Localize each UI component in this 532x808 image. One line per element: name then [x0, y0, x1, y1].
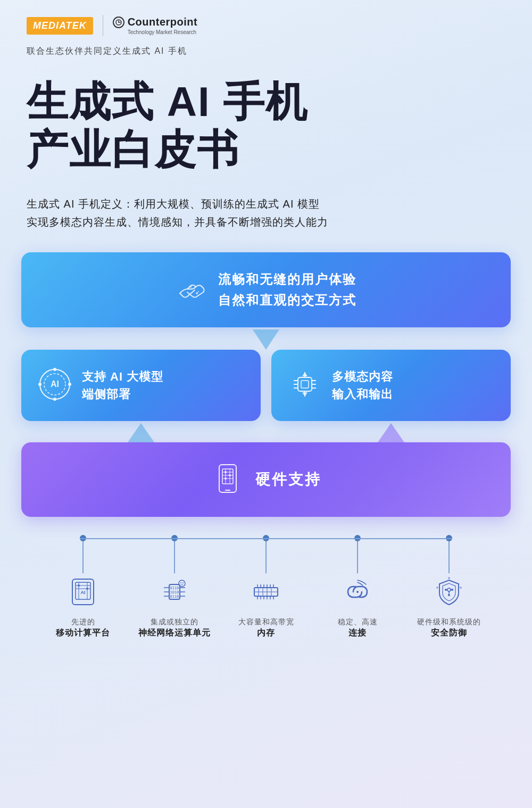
main-title: 生成式 AI 手机 产业白皮书 [27, 78, 505, 174]
main-title-section: 生成式 AI 手机 产业白皮书 [0, 57, 532, 184]
item1-label-small: 先进的 [71, 617, 95, 628]
mid-left-line1: 支持 AI 大模型 [82, 368, 163, 385]
svg-point-8 [53, 368, 56, 371]
diagram-section: 流畅和无缝的用户体验 自然和直观的交互方式 AI [0, 247, 532, 538]
item4-label-bold: 连接 [348, 628, 367, 639]
subtitle-bar: 联合生态伙伴共同定义生成式 AI 手机 [0, 42, 532, 57]
svg-point-80 [447, 588, 451, 591]
svg-point-36 [225, 477, 227, 480]
mobile-compute-icon: AI [64, 573, 102, 611]
connector-item-5: 硬件级和系统级的 安全防御 [406, 538, 492, 639]
counterpoint-subtitle: Technology Market Research [113, 29, 198, 35]
dot-4 [354, 535, 361, 541]
connector-lines: AI 先进的 移动计算平台 [21, 538, 511, 639]
svg-text:AI: AI [51, 380, 59, 389]
connector-item-1: AI 先进的 移动计算平台 [40, 538, 126, 639]
arrow-up-left [21, 423, 261, 442]
mid-right-line1: 多模态内容 [332, 368, 393, 385]
line-v-3 [265, 541, 267, 573]
multimodal-icon [286, 366, 323, 405]
dot-1 [80, 535, 86, 541]
svg-point-87 [448, 577, 450, 579]
svg-point-88 [460, 587, 462, 589]
item5-label-bold: 安全防御 [431, 628, 467, 639]
mid-left-line2: 端侧部署 [82, 385, 163, 403]
logo-divider [103, 15, 103, 36]
svg-text:1010: 1010 [170, 590, 179, 595]
svg-point-84 [445, 589, 447, 591]
svg-point-86 [448, 594, 450, 596]
svg-marker-5 [253, 329, 279, 350]
header: MEDIATEK Counterpoint Technology Market … [0, 0, 532, 42]
connector-section: AI 先进的 移动计算平台 [0, 538, 532, 655]
svg-rect-14 [301, 381, 309, 388]
arrow-up-right [271, 423, 511, 442]
svg-point-9 [68, 383, 71, 386]
svg-point-60 [182, 582, 184, 583]
mid-card-right: 多模态内容 输入和输出 [271, 350, 511, 421]
definition-line2: 实现多模态内容生成、情境感知，并具备不断增强的类人能力 [27, 213, 505, 231]
item3-label-bold: 内存 [257, 628, 275, 639]
dot-3 [263, 535, 269, 541]
svg-marker-26 [378, 423, 404, 442]
memory-icon [247, 573, 285, 611]
counterpoint-icon [113, 17, 124, 28]
counterpoint-logo: Counterpoint Technology Market Research [113, 16, 198, 35]
arrow-down-top [21, 329, 511, 350]
svg-point-35 [229, 474, 231, 476]
subtitle-text: 联合生态伙伴共同定义生成式 AI 手机 [27, 46, 187, 55]
svg-point-44 [78, 584, 80, 587]
line-v-2 [174, 541, 175, 573]
counterpoint-name: Counterpoint [128, 16, 198, 28]
neural-unit-icon: 0110 1010 0110 [156, 573, 193, 611]
line-v-1 [82, 541, 84, 573]
line-v-4 [357, 541, 358, 573]
connector-item-4: 稳定、高速 连接 [315, 538, 400, 639]
item3-label-small: 大容量和高带宽 [238, 617, 294, 628]
hardware-icon [211, 461, 245, 498]
item2-label-bold: 神经网络运算单元 [138, 628, 211, 639]
item1-label-bold: 移动计算平台 [56, 628, 110, 639]
handshake-icon [176, 273, 207, 307]
svg-point-34 [225, 471, 227, 473]
item4-label-small: 稳定、高速 [338, 617, 378, 628]
bottom-card-label: 硬件支持 [255, 469, 321, 490]
svg-text:0110: 0110 [170, 586, 179, 590]
svg-line-4 [197, 291, 199, 293]
mid-card-left-text: 支持 AI 大模型 端侧部署 [82, 368, 163, 403]
top-card-line2: 自然和直观的交互方式 [218, 290, 356, 310]
svg-point-59 [180, 582, 181, 583]
svg-point-11 [38, 383, 41, 386]
connection-icon [339, 573, 376, 611]
definition-line1: 生成式 AI 手机定义：利用大规模、预训练的生成式 AI 模型 [27, 195, 505, 213]
security-icon [430, 573, 468, 611]
top-card-text: 流畅和无缝的用户体验 自然和直观的交互方式 [218, 269, 356, 310]
definition-section: 生成式 AI 手机定义：利用大规模、预训练的生成式 AI 模型 实现多模态内容生… [0, 184, 532, 247]
svg-point-10 [53, 398, 56, 401]
item5-label-small: 硬件级和系统级的 [417, 617, 481, 628]
connector-item-2: 0110 1010 0110 集成或独立的 神经网络运算单元 [132, 538, 217, 639]
mid-card-left: AI 支持 AI 大模型 端侧部署 [21, 350, 261, 421]
svg-text:0110: 0110 [170, 595, 179, 599]
svg-text:AI: AI [81, 590, 86, 595]
dot-5 [446, 535, 452, 541]
dot-2 [171, 535, 178, 541]
mid-right-line2: 输入和输出 [332, 385, 393, 403]
middle-row: AI 支持 AI 大模型 端侧部署 [21, 350, 511, 421]
svg-point-89 [436, 587, 438, 589]
top-card-line1: 流畅和无缝的用户体验 [218, 269, 356, 290]
svg-point-58 [179, 580, 185, 587]
top-card: 流畅和无缝的用户体验 自然和直观的交互方式 [21, 252, 511, 327]
connector-item-3: 大容量和高带宽 内存 [223, 538, 309, 639]
bottom-card: 硬件支持 [21, 442, 511, 517]
svg-marker-25 [128, 423, 154, 442]
svg-point-85 [451, 589, 453, 591]
mediatek-logo: MEDIATEK [27, 17, 93, 35]
arrows-middle [21, 423, 511, 442]
bottom-card-text: 硬件支持 [255, 469, 321, 490]
svg-rect-28 [222, 469, 233, 484]
line-v-5 [448, 541, 450, 573]
svg-point-79 [356, 591, 359, 593]
svg-rect-13 [298, 377, 312, 391]
item2-label-small: 集成或独立的 [151, 617, 198, 628]
